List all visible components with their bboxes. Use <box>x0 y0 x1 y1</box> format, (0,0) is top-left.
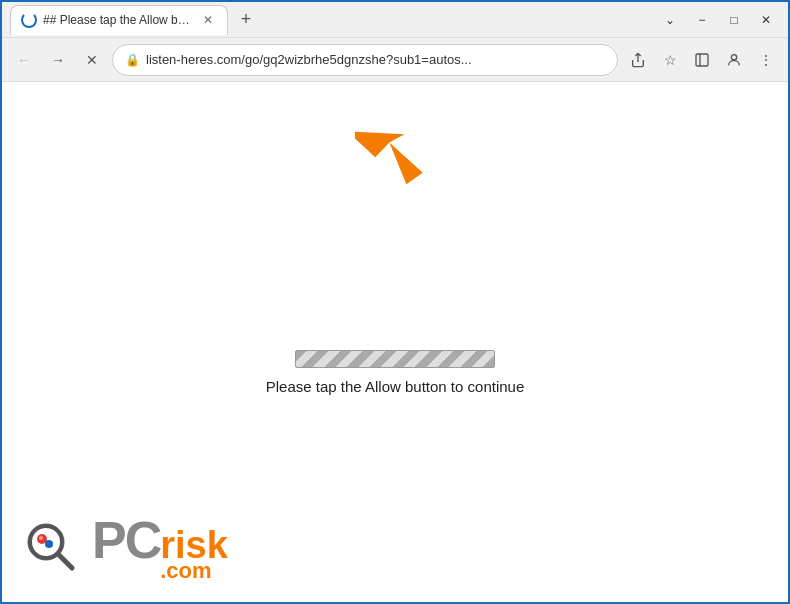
page-content: Please tap the Allow button to continue … <box>2 82 788 602</box>
pcrisk-brand-text: PC risk .com <box>92 514 228 582</box>
close-button[interactable]: ✕ <box>752 10 780 30</box>
address-text: listen-heres.com/go/gq2wizbrhe5dgnzshe?s… <box>146 52 605 67</box>
svg-point-7 <box>45 540 53 548</box>
titlebar: ## Please tap the Allow button t... ✕ + … <box>2 2 788 38</box>
toolbar-right-buttons: ☆ ⋮ <box>624 46 780 74</box>
pc-text: PC <box>92 514 160 566</box>
progress-message: Please tap the Allow button to continue <box>266 378 525 395</box>
bookmark-button[interactable]: ☆ <box>656 46 684 74</box>
minimize-button[interactable]: − <box>688 10 716 30</box>
tab-close-button[interactable]: ✕ <box>199 11 217 29</box>
menu-button[interactable]: ⋮ <box>752 46 780 74</box>
progress-bar <box>295 350 495 368</box>
active-tab[interactable]: ## Please tap the Allow button t... ✕ <box>10 5 228 35</box>
tab-title: ## Please tap the Allow button t... <box>43 13 193 27</box>
share-button[interactable] <box>624 46 652 74</box>
forward-button[interactable]: → <box>44 46 72 74</box>
arrow-indicator <box>355 102 435 196</box>
tab-loading-spinner <box>21 12 37 28</box>
address-bar[interactable]: 🔒 listen-heres.com/go/gq2wizbrhe5dgnzshe… <box>112 44 618 76</box>
pcrisk-magnifier-icon <box>22 518 82 578</box>
maximize-button[interactable]: □ <box>720 10 748 30</box>
titlebar-left: ## Please tap the Allow button t... ✕ + <box>10 5 656 35</box>
browser-window: ## Please tap the Allow button t... ✕ + … <box>0 0 790 604</box>
window-controls: ⌄ − □ ✕ <box>656 10 780 30</box>
center-content: Please tap the Allow button to continue <box>266 350 525 395</box>
back-button[interactable]: ← <box>10 46 38 74</box>
svg-point-2 <box>731 54 736 59</box>
svg-marker-3 <box>355 106 429 192</box>
lock-icon: 🔒 <box>125 53 140 67</box>
svg-point-9 <box>39 536 43 540</box>
new-tab-button[interactable]: + <box>232 6 260 34</box>
profile-button[interactable] <box>720 46 748 74</box>
pcrisk-logo: PC risk .com <box>22 514 228 582</box>
svg-rect-0 <box>696 54 708 66</box>
reload-button[interactable]: ✕ <box>78 46 106 74</box>
browser-toolbar: ← → ✕ 🔒 listen-heres.com/go/gq2wizbrhe5d… <box>2 38 788 82</box>
dot-com-text: .com <box>160 560 228 582</box>
sidebar-button[interactable] <box>688 46 716 74</box>
svg-line-8 <box>58 554 72 568</box>
chevron-down-icon[interactable]: ⌄ <box>656 10 684 30</box>
